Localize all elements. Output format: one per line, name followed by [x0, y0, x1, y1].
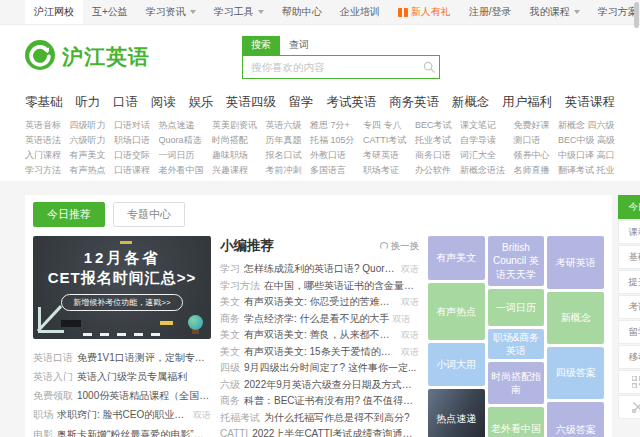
subnav-link[interactable]: Quora精选	[159, 133, 204, 148]
topic-tile[interactable]: 有声美文	[428, 236, 485, 280]
feed-item[interactable]: 商务 科普：BEC证书有没有用? 值不值得考...	[220, 393, 419, 410]
subnav-link[interactable]: 自学导读	[460, 133, 505, 148]
subnav-link[interactable]: 英语音标	[25, 118, 61, 133]
search-input[interactable]	[243, 61, 419, 73]
subnav-link[interactable]: 托业考试	[415, 133, 452, 148]
topbar-item[interactable]: 帮助中心	[273, 0, 331, 24]
nav-item[interactable]: 英语课程	[565, 94, 615, 111]
nav-item[interactable]: 商务英语	[389, 94, 439, 111]
news-item[interactable]: 英语口语 免费1V1口语测评，定制专属学习方案	[33, 348, 211, 367]
subnav-link[interactable]: CATTI考试	[363, 133, 406, 148]
rail-anchor[interactable]: 留学	[618, 320, 640, 344]
topic-tile[interactable]: 四级答案	[547, 347, 604, 399]
subnav-link[interactable]: 报名口试	[266, 148, 302, 163]
nav-item[interactable]: 听力	[75, 94, 100, 111]
subnav-link[interactable]: 英语六级	[266, 118, 302, 133]
topbar-item[interactable]: 注册/登录	[460, 0, 521, 24]
topic-tile[interactable]: 有声热点	[428, 283, 485, 340]
subnav-link[interactable]: 中级口译 高口	[558, 148, 615, 163]
tab-search[interactable]: 搜索	[242, 36, 280, 55]
feed-item[interactable]: 六级 2022年9月英语六级查分日期及方式、...	[220, 377, 419, 394]
subnav-link[interactable]: 测口语	[513, 133, 549, 148]
subnav-link[interactable]: BEC中级 高级	[558, 133, 615, 148]
topbar-item[interactable]: 新人有礼	[389, 0, 460, 24]
topic-tile[interactable]: British Council 英语天天学	[488, 236, 545, 286]
refresh-button[interactable]: 换一换	[380, 240, 420, 253]
subnav-link[interactable]: 雅思 7分+	[310, 118, 355, 133]
subnav-link[interactable]: 专四 专八	[363, 118, 406, 133]
search-icon[interactable]	[419, 61, 439, 73]
subnav-link[interactable]: 四级听力	[70, 118, 106, 133]
topic-tile[interactable]: 热点速递	[428, 389, 485, 437]
cet-signup-banner[interactable]: 12月各省 CET报名时间汇总>> 新增候补考位功能，速戳>>	[33, 236, 211, 339]
rail-anchor[interactable]: 移动	[618, 345, 640, 369]
subnav-link[interactable]: 考前冲刺	[266, 163, 302, 178]
topic-tile[interactable]: 职场&商务英语	[488, 329, 545, 359]
rail-anchor[interactable]: 课程	[618, 220, 640, 244]
topic-tile[interactable]: 小词大用	[428, 343, 485, 386]
topbar-item[interactable]: 学习方案	[589, 0, 640, 24]
topic-tile[interactable]: 一词日历	[488, 289, 545, 326]
tab-dictionary[interactable]: 查词	[280, 36, 318, 55]
topbar-item[interactable]: 我的课程	[521, 0, 589, 24]
scrollbar[interactable]	[634, 2, 639, 28]
subnav-link[interactable]: 趣味职场	[212, 148, 257, 163]
subnav-link[interactable]: 免费好课	[513, 118, 549, 133]
feed-item[interactable]: CATTI 2022上半年CATTI考试成绩查询通道即...	[220, 426, 419, 437]
subnav-link[interactable]: 领券中心	[513, 148, 549, 163]
nav-item[interactable]: 英语四级	[226, 94, 276, 111]
topic-tile[interactable]: 六级答案	[547, 402, 604, 437]
subnav-link[interactable]: 商务口语	[415, 148, 452, 163]
nav-item[interactable]: 考试英语	[327, 94, 377, 111]
subnav-link[interactable]: 职场考证	[363, 163, 406, 178]
subnav-link[interactable]: 词汇大全	[460, 148, 505, 163]
nav-item[interactable]: 娱乐	[188, 94, 213, 111]
nav-item[interactable]: 用户福利	[502, 94, 552, 111]
subnav-link[interactable]: 口语交际	[114, 148, 150, 163]
news-item[interactable]: 职场 求职窍门: 脸书CEO的职业建议 双语	[33, 405, 211, 425]
subnav-link[interactable]: 入门课程	[25, 148, 61, 163]
subnav-link[interactable]: 课文笔记	[460, 118, 505, 133]
subnav-link[interactable]: 职场口语	[114, 133, 150, 148]
subnav-link[interactable]: 考研英语	[363, 148, 406, 163]
subnav-link[interactable]: 有声美文	[70, 148, 106, 163]
topbar-item[interactable]: 学习工具	[205, 0, 273, 24]
subnav-link[interactable]: 英美剧资讯	[212, 118, 257, 133]
topbar-item[interactable]: 互+公益	[83, 0, 137, 24]
feed-item[interactable]: 商务 学点经济学: 什么是看不见的大手 双语	[220, 311, 419, 328]
topbar-item[interactable]: 学习资讯	[137, 0, 205, 24]
subnav-link[interactable]: 学习方法	[25, 163, 61, 178]
subnav-link[interactable]: 口语课程	[114, 163, 150, 178]
service-icon[interactable]	[618, 395, 640, 419]
subnav-link[interactable]: 热点速递	[159, 118, 204, 133]
nav-item[interactable]: 留学	[289, 94, 314, 111]
rail-anchor[interactable]: 基础	[618, 245, 640, 269]
topic-tile[interactable]: 老外看中国	[488, 407, 545, 437]
subnav-link[interactable]: 新概念语法	[460, 163, 505, 178]
subnav-link[interactable]: 新概念 四六级	[558, 118, 615, 133]
feed-item[interactable]: 学习 怎样练成流利的英语口语? Quora大神... 双语	[220, 261, 419, 278]
today-recommend-tab[interactable]: 今日推荐	[33, 202, 105, 227]
topic-tile[interactable]: 考研英语	[547, 236, 604, 289]
subnav-link[interactable]: 六级听力	[70, 133, 106, 148]
qr-code-icon[interactable]	[618, 370, 640, 394]
feed-item[interactable]: 托福考试 为什么托福写作总是得不到高分?	[220, 410, 419, 427]
feed-item[interactable]: 四级 9月四级出分时间定了? 这件事你一定...	[220, 360, 419, 377]
subnav-link[interactable]: 兴趣课程	[212, 163, 257, 178]
feed-item[interactable]: 美文 有声双语美文: 你忍受过的苦难，都是.. 双语	[220, 294, 419, 311]
subnav-link[interactable]: 英语语法	[25, 133, 61, 148]
topic-tile[interactable]: 新概念	[547, 292, 604, 344]
nav-item[interactable]: 阅读	[151, 94, 176, 111]
subnav-link[interactable]: 名师直播	[513, 163, 549, 178]
subnav-link[interactable]: 有声热点	[70, 163, 106, 178]
subnav-link[interactable]: 翻译考试 托业	[558, 163, 615, 178]
subnav-link[interactable]: 老外看中国	[159, 163, 204, 178]
subnav-link[interactable]: 口语对话	[114, 118, 150, 133]
topbar-item[interactable]: 沪江网校	[25, 0, 83, 24]
subnav-link[interactable]: 办公软件	[415, 163, 452, 178]
rail-anchor[interactable]: 提升	[618, 270, 640, 294]
subnav-link[interactable]: 时尚搭配	[212, 133, 257, 148]
subnav-link[interactable]: 一词日历	[159, 148, 204, 163]
news-item[interactable]: 英语入门 英语入门级学员专属福利	[33, 367, 211, 386]
nav-item[interactable]: 零基础	[25, 94, 63, 111]
